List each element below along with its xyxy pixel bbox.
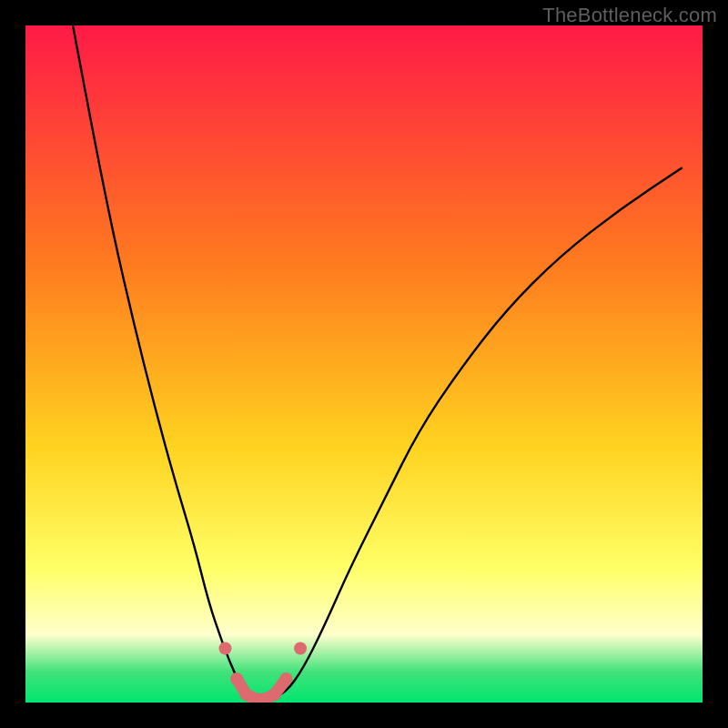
marker-dot xyxy=(294,642,307,654)
marker-dot xyxy=(268,688,281,701)
marker-dot xyxy=(218,642,231,654)
marker-dot xyxy=(279,672,292,685)
chart-plot xyxy=(25,25,703,703)
marker-dot xyxy=(230,672,243,685)
watermark-text: TheBottleneck.com xyxy=(542,4,717,27)
stage: TheBottleneck.com xyxy=(0,0,728,728)
chart-svg xyxy=(25,25,703,703)
gradient-background xyxy=(25,25,703,703)
